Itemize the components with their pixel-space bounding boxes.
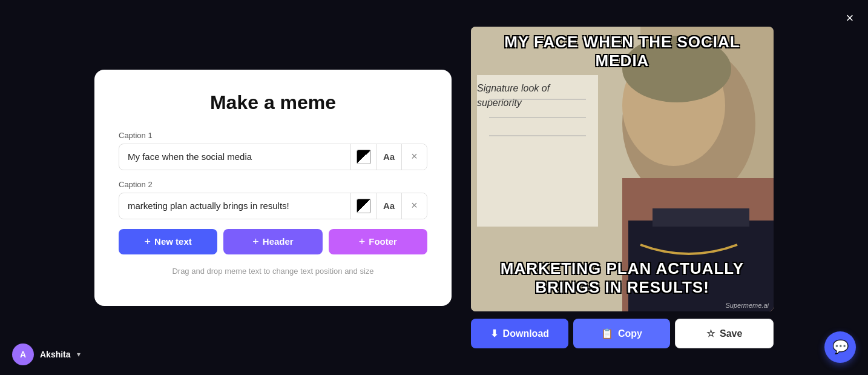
clear-icon: × bbox=[411, 150, 418, 163]
clear-icon-2: × bbox=[411, 199, 418, 212]
copy-button[interactable]: 📋 Copy bbox=[573, 319, 671, 348]
font-icon-2: Aa bbox=[383, 201, 395, 211]
caption-1-label: Caption 1 bbox=[119, 131, 427, 140]
download-label: Download bbox=[503, 328, 549, 339]
download-button[interactable]: ⬇ Download bbox=[471, 319, 568, 348]
caption-1-row: Aa × bbox=[119, 144, 427, 170]
add-buttons-row: + New text + Header + Footer bbox=[119, 229, 427, 254]
copy-icon: 📋 bbox=[601, 328, 613, 339]
meme-image-container: MY FACE WHEN THE SOCIAL MEDIA Signature … bbox=[471, 27, 774, 311]
signature-line1: Signature look of bbox=[477, 83, 550, 93]
meme-watermark: Supermeme.ai bbox=[725, 302, 769, 309]
meme-signature: Signature look of superiority bbox=[477, 81, 550, 110]
chevron-down-icon: ▾ bbox=[77, 350, 81, 359]
caption-2-clear-button[interactable]: × bbox=[401, 193, 427, 219]
caption-2-input[interactable] bbox=[119, 193, 350, 218]
save-label: Save bbox=[720, 328, 742, 339]
caption-2-font-toggle[interactable]: Aa bbox=[376, 193, 401, 219]
caption-2-color-toggle[interactable] bbox=[350, 193, 376, 219]
caption-1-clear-button[interactable]: × bbox=[401, 144, 427, 170]
header-label: Header bbox=[263, 236, 294, 247]
chat-icon: 💬 bbox=[832, 339, 849, 355]
user-name: Akshita bbox=[40, 350, 71, 359]
new-text-button[interactable]: + New text bbox=[119, 229, 217, 254]
caption-1-input[interactable] bbox=[119, 144, 350, 169]
font-icon: Aa bbox=[383, 151, 395, 162]
close-icon: × bbox=[846, 10, 854, 26]
make-meme-panel: Make a meme Caption 1 Aa × Caption 2 bbox=[94, 70, 452, 306]
close-button[interactable]: × bbox=[840, 8, 860, 28]
meme-top-text: MY FACE WHEN THE SOCIAL MEDIA bbox=[471, 33, 774, 70]
save-button[interactable]: ☆ Save bbox=[675, 319, 774, 348]
action-buttons-row: ⬇ Download 📋 Copy ☆ Save bbox=[471, 319, 774, 348]
chat-bubble[interactable]: 💬 bbox=[824, 331, 856, 363]
modal-title: Make a meme bbox=[119, 91, 427, 114]
footer-button[interactable]: + Footer bbox=[329, 229, 427, 254]
caption-1-font-toggle[interactable]: Aa bbox=[376, 144, 401, 170]
plus-icon-2: + bbox=[252, 236, 259, 247]
footer-label: Footer bbox=[369, 236, 397, 247]
caption-2-section: Caption 2 Aa × bbox=[119, 180, 427, 219]
meme-bottom-text: MARKETING PLAN ACTUALLY BRINGS IN RESULT… bbox=[471, 259, 774, 297]
plus-icon-3: + bbox=[359, 236, 366, 247]
caption-2-row: Aa × bbox=[119, 193, 427, 219]
avatar-initials: A bbox=[20, 350, 26, 359]
copy-label: Copy bbox=[618, 328, 642, 339]
save-icon: ☆ bbox=[706, 328, 715, 339]
meme-preview-panel: MY FACE WHEN THE SOCIAL MEDIA Signature … bbox=[471, 27, 774, 348]
color-icon bbox=[357, 150, 371, 164]
modal-overlay: × Make a meme Caption 1 Aa × Caption 2 bbox=[0, 0, 868, 375]
user-area[interactable]: A Akshita ▾ bbox=[12, 343, 81, 365]
drag-hint: Drag and drop meme text to change text p… bbox=[119, 267, 427, 276]
caption-2-label: Caption 2 bbox=[119, 180, 427, 189]
signature-line2: superiority bbox=[477, 98, 522, 108]
caption-1-section: Caption 1 Aa × bbox=[119, 131, 427, 170]
caption-1-color-toggle[interactable] bbox=[350, 144, 376, 170]
header-button[interactable]: + Header bbox=[223, 229, 322, 254]
svg-rect-7 bbox=[653, 208, 749, 227]
download-icon: ⬇ bbox=[490, 328, 498, 339]
new-text-label: New text bbox=[154, 236, 192, 247]
color-icon-2 bbox=[357, 199, 371, 213]
plus-icon: + bbox=[145, 236, 151, 247]
avatar: A bbox=[12, 343, 34, 365]
